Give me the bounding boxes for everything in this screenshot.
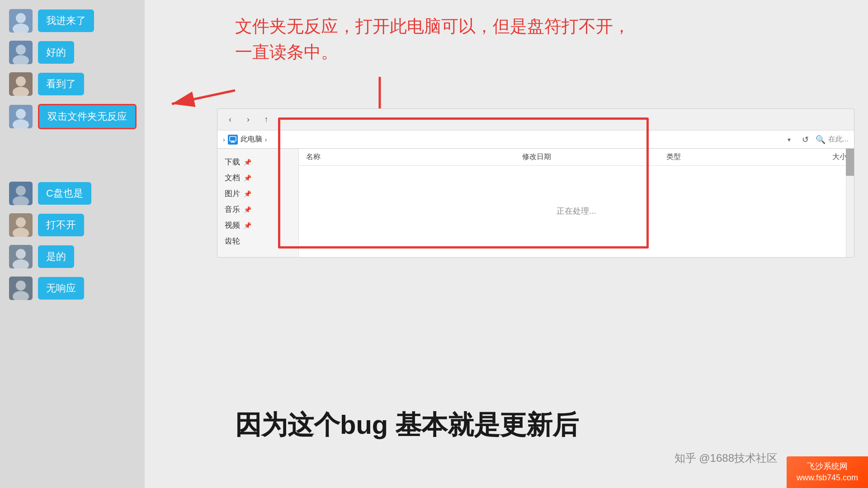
avatar-1 <box>9 9 33 33</box>
chat-item-3: 看到了 <box>9 72 136 96</box>
chat-bubble-4: 双击文件夹无反应 <box>38 104 137 129</box>
sidebar-item-documents[interactable]: 文档 📌 <box>217 170 298 186</box>
avatar-8 <box>9 277 33 300</box>
sidebar-item-pictures[interactable]: 图片 📌 <box>217 186 298 202</box>
explorer-toolbar: ‹ › ↑ <box>217 109 854 131</box>
chat-item-1: 我进来了 <box>9 9 136 33</box>
svg-point-16 <box>16 217 26 227</box>
search-icon: 🔍 <box>816 135 826 145</box>
col-header-name: 名称 <box>306 152 522 162</box>
breadcrumb-text: 此电脑 <box>241 135 262 144</box>
refresh-button[interactable]: ↺ <box>799 133 812 146</box>
svg-point-4 <box>16 45 26 55</box>
avatar-6 <box>9 213 33 237</box>
pin-icon-download: 📌 <box>244 159 251 166</box>
sidebar-label-pictures: 图片 <box>225 188 240 199</box>
chat-item-7: 是的 <box>9 245 136 268</box>
sidebar-item-gear[interactable]: 齿轮 <box>217 233 298 249</box>
logo-badge: 飞沙系统网 www.fsb745.com <box>787 456 868 488</box>
svg-rect-30 <box>231 142 235 143</box>
computer-icon <box>228 135 238 145</box>
svg-point-7 <box>16 76 26 86</box>
sidebar-item-music[interactable]: 音乐 📌 <box>217 202 298 217</box>
explorer-body: 正在处理... <box>299 166 854 256</box>
avatar-7 <box>9 245 33 268</box>
breadcrumb-arrow: › <box>265 136 267 143</box>
chat-bubble-6: 打不开 <box>38 214 84 236</box>
col-header-type: 类型 <box>666 152 774 162</box>
chat-bubble-8: 无响应 <box>38 277 84 300</box>
annotation-line1: 文件夹无反应，打开此电脑可以，但是盘符打不开， <box>235 14 823 39</box>
processing-text: 正在处理... <box>557 206 596 216</box>
sidebar-label-music: 音乐 <box>225 204 240 215</box>
chat-bubble-3: 看到了 <box>38 73 84 95</box>
col-header-size: 大小 <box>775 152 847 162</box>
svg-rect-29 <box>231 141 234 142</box>
chat-item-5: C盘也是 <box>9 182 136 205</box>
main-content: 文件夹无反应，打开此电脑可以，但是盘符打不开， 一直读条中。 ‹ › ↑ <box>145 0 868 488</box>
explorer-main: 名称 修改日期 类型 大小 正在处理... <box>299 149 854 257</box>
svg-rect-28 <box>230 136 236 141</box>
file-explorer: ‹ › ↑ › 此电脑 › ▾ ↺ 🔍 <box>217 108 854 258</box>
address-bar: › 此电脑 › ▾ ↺ 🔍 在此... <box>217 131 854 149</box>
svg-point-1 <box>16 13 26 23</box>
breadcrumb-sep-icon: › <box>223 136 225 143</box>
search-area: 🔍 在此... <box>816 135 849 145</box>
subtitle-text: 因为这个bug 基本就是更新后 <box>235 408 823 443</box>
sidebar-item-videos[interactable]: 视频 📌 <box>217 217 298 233</box>
chat-item-6: 打不开 <box>9 213 136 237</box>
sidebar-label-videos: 视频 <box>225 220 240 230</box>
chat-panel: 我进来了 好的 看到了 <box>0 0 145 488</box>
logo-text: 飞沙系统网 www.fsb745.com <box>797 461 858 483</box>
avatar-5 <box>9 182 33 205</box>
col-header-date: 修改日期 <box>522 152 666 162</box>
chat-bubble-7: 是的 <box>38 245 74 268</box>
svg-point-13 <box>16 186 26 196</box>
back-button[interactable]: ‹ <box>223 113 237 127</box>
up-button[interactable]: ↑ <box>259 113 274 127</box>
avatar-2 <box>9 41 33 64</box>
svg-point-22 <box>16 281 26 291</box>
chat-bubble-1: 我进来了 <box>38 9 94 32</box>
logo-line1: 飞沙系统网 <box>797 461 858 472</box>
address-content: › 此电脑 › <box>223 135 779 145</box>
sidebar-item-download[interactable]: 下载 📌 <box>217 154 298 170</box>
avatar-4 <box>9 105 33 128</box>
svg-line-26 <box>172 90 235 104</box>
scrollbar[interactable] <box>846 149 854 257</box>
pin-icon-videos: 📌 <box>244 222 251 229</box>
explorer-sidebar: 下载 📌 文档 📌 图片 📌 音乐 📌 视频 📌 <box>217 149 299 257</box>
scrollbar-thumb[interactable] <box>846 149 854 176</box>
logo-line2: www.fsb745.com <box>797 472 858 483</box>
explorer-content: 下载 📌 文档 📌 图片 📌 音乐 📌 视频 📌 <box>217 149 854 257</box>
chat-bubble-2: 好的 <box>38 41 74 64</box>
sidebar-label-gear: 齿轮 <box>225 236 240 246</box>
annotation-block: 文件夹无反应，打开此电脑可以，但是盘符打不开， 一直读条中。 <box>235 14 823 65</box>
watermark-text: 知乎 @1688技术社区 <box>675 451 778 465</box>
chat-item-8: 无响应 <box>9 277 136 300</box>
address-dropdown-button[interactable]: ▾ <box>783 133 796 146</box>
chat-bubble-5: C盘也是 <box>38 182 91 205</box>
chat-item-4: 双击文件夹无反应 <box>9 104 136 129</box>
chat-item-2: 好的 <box>9 41 136 64</box>
sidebar-label-download: 下载 <box>225 157 240 167</box>
forward-button[interactable]: › <box>241 113 255 127</box>
table-header: 名称 修改日期 类型 大小 <box>299 149 854 166</box>
pin-icon-music: 📌 <box>244 206 251 213</box>
pin-icon-documents: 📌 <box>244 174 251 182</box>
svg-point-10 <box>16 109 26 119</box>
annotation-line2: 一直读条中。 <box>235 39 823 65</box>
search-placeholder: 在此... <box>828 135 849 144</box>
avatar-3 <box>9 72 33 96</box>
svg-point-19 <box>16 249 26 259</box>
pin-icon-pictures: 📌 <box>244 190 251 197</box>
sidebar-label-documents: 文档 <box>225 173 240 183</box>
